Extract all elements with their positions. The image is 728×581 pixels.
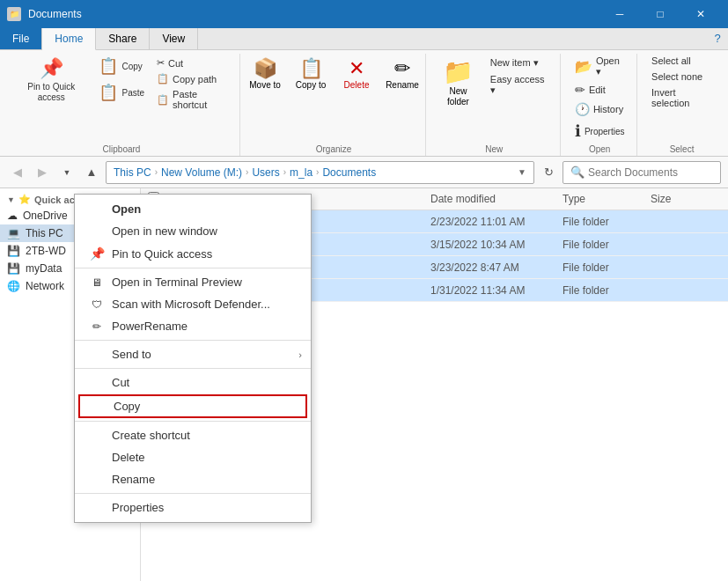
copy-to-icon: 📋 — [299, 57, 323, 80]
ctx-separator-2 — [75, 340, 311, 341]
ctx-separator-1 — [75, 268, 311, 268]
this-pc-icon: 💻 — [7, 227, 20, 239]
window-icon: 📁 — [7, 7, 21, 21]
breadcrumb-this-pc[interactable]: This PC — [114, 166, 151, 179]
title-bar-icons: 📁 — [7, 7, 21, 21]
forward-button[interactable]: ▶ — [32, 162, 53, 183]
address-chevron[interactable]: ▼ — [518, 167, 526, 177]
select-none-button[interactable]: Select none — [646, 70, 708, 84]
breadcrumb-users[interactable]: Users — [252, 166, 279, 179]
history-button[interactable]: 🕐 History — [570, 100, 629, 118]
maximize-button[interactable]: □ — [640, 0, 680, 28]
ctx-rename-icon: ✏ — [89, 320, 105, 333]
breadcrumb-user[interactable]: m_la — [290, 166, 313, 179]
search-box[interactable]: 🔍 — [563, 161, 721, 184]
ctx-copy[interactable]: Copy — [78, 394, 307, 418]
breadcrumb-documents[interactable]: Documents — [322, 166, 376, 179]
move-icon: 📦 — [254, 57, 277, 80]
new-group: 📁 New folder New item ▾ Easy access ▾ Ne… — [428, 54, 561, 156]
tab-home[interactable]: Home — [42, 28, 96, 50]
properties-button[interactable]: ℹ Properties — [570, 120, 630, 143]
ctx-open-terminal[interactable]: 🖥 Open in Terminal Preview — [75, 271, 311, 293]
breadcrumb[interactable]: This PC › New Volume (M:) › Users › m_la… — [106, 161, 534, 184]
paste-shortcut-button[interactable]: 📋 Paste shortcut — [151, 87, 232, 112]
clipboard-group-label: Clipboard — [103, 144, 141, 154]
ctx-defender-icon: 🛡 — [89, 298, 105, 311]
pin-quick-access-button[interactable]: 📌 Pin to Quick access — [11, 54, 92, 107]
rename-icon: ✏ — [394, 57, 410, 80]
back-button[interactable]: ◀ — [7, 162, 28, 183]
pin-icon: 📌 — [40, 57, 63, 80]
minimize-button[interactable]: ─ — [599, 0, 640, 28]
col-type[interactable]: Type — [563, 193, 651, 205]
ctx-separator-3 — [75, 368, 311, 369]
ctx-create-shortcut[interactable]: Create shortcut — [75, 424, 311, 446]
network-icon: 🌐 — [7, 280, 20, 292]
up-button[interactable]: ▲ — [81, 162, 102, 183]
select-group: Select all Select none Invert selection … — [639, 54, 724, 156]
select-items: Select all Select none Invert selection — [646, 54, 717, 143]
easy-access-button[interactable]: Easy access ▾ — [485, 72, 554, 98]
tab-file[interactable]: File — [0, 28, 42, 49]
paste-button[interactable]: 📋 Paste — [93, 80, 150, 105]
new-group-label: New — [485, 144, 503, 154]
organize-items: 📦 Move to 📋 Copy to ✕ Delete ✏ Rename — [244, 54, 423, 143]
paste-icon: 📋 — [99, 83, 118, 102]
ctx-send-to[interactable]: Send to › — [75, 343, 311, 365]
rename-button[interactable]: ✏ Rename — [381, 54, 423, 93]
copy-path-icon: 📋 — [157, 73, 169, 85]
ctx-delete[interactable]: Delete — [75, 446, 311, 468]
ctx-open[interactable]: Open — [75, 198, 311, 220]
new-folder-button[interactable]: 📁 New folder — [435, 54, 482, 111]
select-all-button[interactable]: Select all — [646, 54, 696, 68]
help-button[interactable]: ? — [707, 28, 728, 48]
recent-locations-button[interactable]: ▼ — [56, 162, 77, 183]
clipboard-items: 📌 Pin to Quick access 📋 Copy 📋 Paste — [11, 54, 232, 143]
open-dropdown-button[interactable]: 📂 Open ▾ — [570, 54, 630, 79]
move-to-button[interactable]: 📦 Move to — [244, 54, 286, 94]
properties-icon: ℹ — [575, 121, 581, 141]
delete-button[interactable]: ✕ Delete — [335, 54, 378, 93]
title-text: Documents — [28, 8, 82, 20]
close-button[interactable]: ✕ — [680, 0, 721, 28]
quick-access-arrow: ▼ — [7, 195, 15, 204]
tab-share[interactable]: Share — [96, 28, 150, 49]
tab-view[interactable]: View — [150, 28, 198, 49]
breadcrumb-volume[interactable]: New Volume (M:) — [161, 166, 242, 179]
organize-group-label: Organize — [316, 144, 352, 154]
copy-button[interactable]: 📋 Copy — [93, 54, 150, 78]
edit-icon: ✏ — [575, 83, 585, 97]
paste-shortcut-icon: 📋 — [157, 94, 169, 106]
ctx-rename[interactable]: Rename — [75, 468, 311, 490]
cut-button[interactable]: ✂ Cut — [151, 55, 232, 70]
title-bar: 📁 Documents ─ □ ✕ — [0, 0, 728, 28]
ctx-properties[interactable]: Properties — [75, 496, 311, 518]
open-group: 📂 Open ▾ ✏ Edit 🕐 History ℹ Properties O… — [563, 54, 637, 156]
refresh-button[interactable]: ↻ — [538, 162, 559, 183]
new-item-button[interactable]: New item ▾ — [485, 55, 554, 70]
search-icon: 🔍 — [570, 165, 585, 179]
organize-group: 📦 Move to 📋 Copy to ✕ Delete ✏ Rename Or… — [242, 54, 426, 156]
invert-selection-button[interactable]: Invert selection — [646, 85, 717, 110]
copy-path-button[interactable]: 📋 Copy path — [151, 71, 232, 86]
copy-icon: 📋 — [99, 56, 118, 76]
col-size[interactable]: Size — [651, 193, 721, 205]
ctx-cut[interactable]: Cut — [75, 371, 311, 393]
ribbon: File Home Share View ? 📌 Pin to Quick ac… — [0, 28, 728, 157]
search-input[interactable] — [588, 166, 713, 179]
clipboard-group: 📌 Pin to Quick access 📋 Copy 📋 Paste — [4, 54, 240, 156]
ctx-power-rename[interactable]: ✏ PowerRename — [75, 315, 311, 337]
ctx-send-arrow: › — [298, 349, 302, 360]
col-date[interactable]: Date modified — [430, 193, 563, 205]
delete-icon: ✕ — [349, 57, 364, 80]
ctx-open-new-window[interactable]: Open in new window — [75, 220, 311, 242]
ctx-pin-quick-access[interactable]: 📌 Pin to Quick access — [75, 242, 311, 265]
edit-button[interactable]: ✏ Edit — [570, 81, 611, 99]
ctx-scan-defender[interactable]: 🛡 Scan with Microsoft Defender... — [75, 293, 311, 315]
mydata-icon: 💾 — [7, 262, 20, 275]
copy-to-button[interactable]: 📋 Copy to — [290, 54, 332, 94]
history-icon: 🕐 — [575, 102, 590, 116]
ribbon-content: 📌 Pin to Quick access 📋 Copy 📋 Paste — [0, 50, 728, 156]
onedrive-icon: ☁ — [7, 210, 18, 222]
quick-access-icon: ⭐ — [18, 194, 31, 205]
